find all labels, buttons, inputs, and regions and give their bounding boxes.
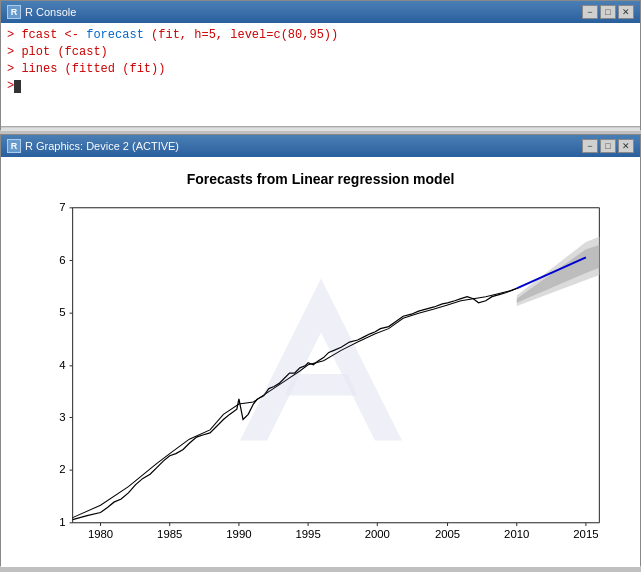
- y-label-6: 6: [59, 254, 65, 266]
- console-title-buttons: − □ ✕: [582, 5, 634, 19]
- graphics-maximize-button[interactable]: □: [600, 139, 616, 153]
- prompt-4: >: [7, 78, 14, 95]
- graphics-close-button[interactable]: ✕: [618, 139, 634, 153]
- console-scrollbar[interactable]: [1, 127, 640, 131]
- console-line-1: > fcast <- forecast (fit, h=5, level=c(8…: [7, 27, 634, 44]
- cursor: [14, 80, 21, 93]
- chart-svg: 1 2 3 4 5 6 7: [21, 195, 620, 561]
- x-label-2000: 2000: [365, 528, 390, 540]
- x-label-1985: 1985: [157, 528, 182, 540]
- console-maximize-button[interactable]: □: [600, 5, 616, 19]
- console-title-text: R Console: [25, 6, 76, 18]
- prompt-1: >: [7, 28, 21, 42]
- console-title-bar: R R Console − □ ✕: [1, 1, 640, 23]
- x-label-2005: 2005: [435, 528, 460, 540]
- console-line-3: > lines (fitted (fit)): [7, 61, 634, 78]
- graphics-title-left: R R Graphics: Device 2 (ACTIVE): [7, 139, 179, 153]
- x-label-1995: 1995: [295, 528, 320, 540]
- graphics-app-icon: R: [7, 139, 21, 153]
- chart-area: 1 2 3 4 5 6 7: [21, 195, 620, 561]
- x-label-1990: 1990: [226, 528, 251, 540]
- prompt-3: >: [7, 62, 21, 76]
- x-label-2015: 2015: [573, 528, 598, 540]
- svg-rect-2: [73, 208, 600, 523]
- x-label-1980: 1980: [88, 528, 113, 540]
- graphics-title-bar: R R Graphics: Device 2 (ACTIVE) − □ ✕: [1, 135, 640, 157]
- graphics-minimize-button[interactable]: −: [582, 139, 598, 153]
- code-2: plot (fcast): [21, 45, 107, 59]
- console-window: R R Console − □ ✕ > fcast <- forecast (f…: [0, 0, 641, 130]
- code-3: lines (fitted (fit)): [21, 62, 165, 76]
- x-label-2010: 2010: [504, 528, 529, 540]
- y-label-5: 5: [59, 306, 65, 318]
- console-title-left: R R Console: [7, 5, 76, 19]
- console-line-2: > plot (fcast): [7, 44, 634, 61]
- y-label-3: 3: [59, 411, 65, 423]
- code-1: fcast <- forecast (fit, h=5, level=c(80,…: [21, 28, 338, 42]
- graphics-content: Forecasts from Linear regression model 1…: [1, 157, 640, 567]
- y-label-7: 7: [59, 201, 65, 213]
- chart-title: Forecasts from Linear regression model: [187, 171, 455, 187]
- graphics-title-text: R Graphics: Device 2 (ACTIVE): [25, 140, 179, 152]
- y-label-2: 2: [59, 463, 65, 475]
- prompt-2: >: [7, 45, 21, 59]
- y-label-4: 4: [59, 359, 65, 371]
- console-line-4: >: [7, 78, 634, 95]
- graphics-window: R R Graphics: Device 2 (ACTIVE) − □ ✕ Fo…: [0, 134, 641, 566]
- console-minimize-button[interactable]: −: [582, 5, 598, 19]
- console-content[interactable]: > fcast <- forecast (fit, h=5, level=c(8…: [1, 23, 640, 127]
- console-app-icon: R: [7, 5, 21, 19]
- y-label-1: 1: [59, 516, 65, 528]
- console-close-button[interactable]: ✕: [618, 5, 634, 19]
- graphics-title-buttons: − □ ✕: [582, 139, 634, 153]
